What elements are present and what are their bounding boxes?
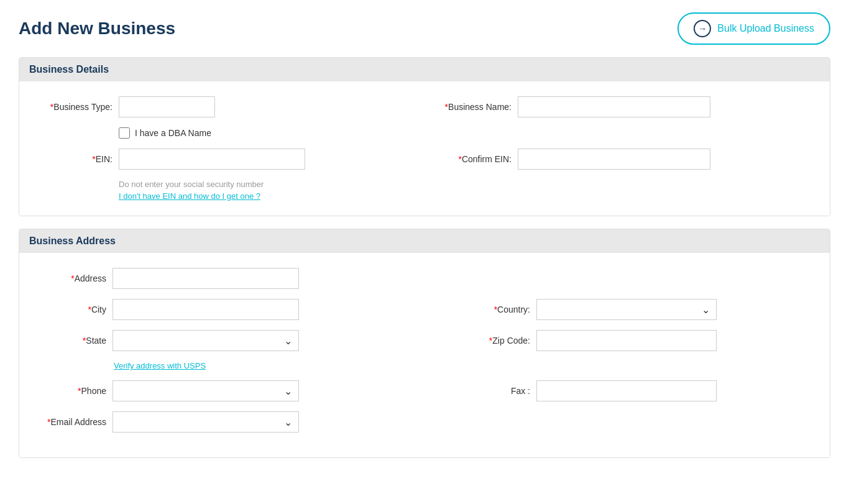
zip-input[interactable] bbox=[536, 330, 717, 351]
confirm-ein-group: *Confirm EIN: bbox=[437, 149, 811, 170]
email-select[interactable]: ⌄ bbox=[112, 411, 299, 433]
state-select[interactable]: ⌄ bbox=[112, 330, 299, 351]
business-details-header: Business Details bbox=[19, 58, 830, 81]
dba-checkbox[interactable] bbox=[119, 127, 130, 139]
business-name-input[interactable] bbox=[518, 96, 710, 117]
address-group: *Address bbox=[38, 268, 811, 289]
bulk-upload-label: Bulk Upload Business bbox=[717, 23, 814, 34]
email-chevron-icon: ⌄ bbox=[284, 416, 292, 428]
city-label: *City bbox=[38, 305, 106, 314]
business-address-header: Business Address bbox=[19, 229, 830, 253]
email-row: *Email Address ⌄ bbox=[38, 411, 811, 433]
business-type-input[interactable] bbox=[119, 96, 215, 117]
phone-label: *Phone bbox=[38, 386, 106, 396]
state-group: *State ⌄ bbox=[38, 330, 387, 351]
verify-address-link[interactable]: Verify address with USPS bbox=[114, 361, 811, 370]
state-label: *State bbox=[38, 336, 106, 346]
business-type-name-row: *Business Type: *Business Name: bbox=[38, 96, 811, 117]
city-input[interactable] bbox=[112, 299, 299, 320]
business-details-body: *Business Type: *Business Name: I have a… bbox=[19, 81, 830, 216]
address-label: *Address bbox=[38, 273, 106, 283]
city-country-row: *City *Country: ⌄ bbox=[38, 299, 811, 320]
country-select[interactable]: ⌄ bbox=[536, 299, 717, 320]
address-row: *Address bbox=[38, 268, 811, 289]
ein-helper-text: Do not enter your social security number bbox=[119, 180, 811, 189]
fax-input[interactable] bbox=[536, 380, 717, 401]
ein-input[interactable] bbox=[119, 149, 305, 170]
zip-group: *Zip Code: bbox=[462, 330, 811, 351]
ein-link[interactable]: I don't have EIN and how do I get one ? bbox=[119, 191, 811, 201]
business-address-body: *Address *City *Country: ⌄ bbox=[19, 253, 830, 457]
state-zip-row: *State ⌄ *Zip Code: bbox=[38, 330, 811, 351]
business-type-group: *Business Type: bbox=[38, 96, 412, 117]
zip-label: *Zip Code: bbox=[462, 336, 530, 346]
dba-label[interactable]: I have a DBA Name bbox=[135, 128, 211, 138]
bulk-upload-button[interactable]: → Bulk Upload Business bbox=[677, 12, 830, 45]
ein-row: *EIN: *Confirm EIN: bbox=[38, 149, 811, 170]
country-group: *Country: ⌄ bbox=[462, 299, 811, 320]
business-details-section: Business Details *Business Type: *Busine… bbox=[19, 57, 830, 216]
business-name-group: *Business Name: bbox=[437, 96, 811, 117]
page-title: Add New Business bbox=[19, 19, 175, 39]
phone-group: *Phone ⌄ bbox=[38, 380, 387, 401]
confirm-ein-label: *Confirm EIN: bbox=[437, 154, 512, 164]
phone-select[interactable]: ⌄ bbox=[112, 380, 299, 401]
business-address-section: Business Address *Address *City *Countr bbox=[19, 229, 830, 458]
country-chevron-icon: ⌄ bbox=[702, 304, 710, 316]
state-chevron-icon: ⌄ bbox=[284, 335, 292, 347]
email-label: *Email Address bbox=[38, 417, 106, 427]
phone-fax-row: *Phone ⌄ Fax : bbox=[38, 380, 811, 401]
ein-label: *EIN: bbox=[38, 154, 112, 164]
arrow-icon: → bbox=[694, 20, 711, 37]
dba-checkbox-row: I have a DBA Name bbox=[119, 127, 811, 139]
page-header: Add New Business → Bulk Upload Business bbox=[19, 12, 830, 45]
ein-group: *EIN: bbox=[38, 149, 412, 170]
fax-group: Fax : bbox=[462, 380, 811, 401]
confirm-ein-input[interactable] bbox=[518, 149, 710, 170]
business-type-label: *Business Type: bbox=[38, 102, 112, 112]
ein-helper-block: Do not enter your social security number… bbox=[119, 180, 811, 201]
fax-label: Fax : bbox=[462, 386, 530, 396]
address-input[interactable] bbox=[112, 268, 299, 289]
city-group: *City bbox=[38, 299, 387, 320]
country-label: *Country: bbox=[462, 305, 530, 314]
email-group: *Email Address ⌄ bbox=[38, 411, 811, 433]
phone-chevron-icon: ⌄ bbox=[284, 385, 292, 397]
business-name-label: *Business Name: bbox=[437, 102, 512, 112]
